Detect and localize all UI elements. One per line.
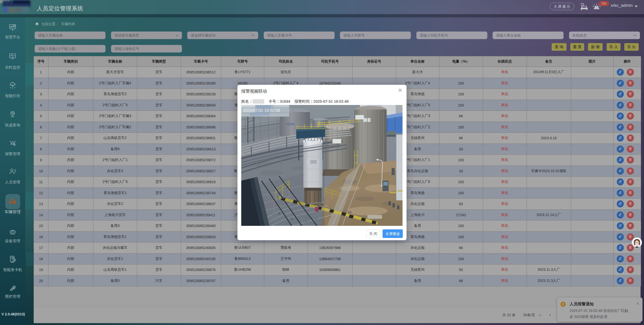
svg-text:2025/07/31 16:02:58: 2025/07/31 16:02:58 (243, 108, 280, 113)
